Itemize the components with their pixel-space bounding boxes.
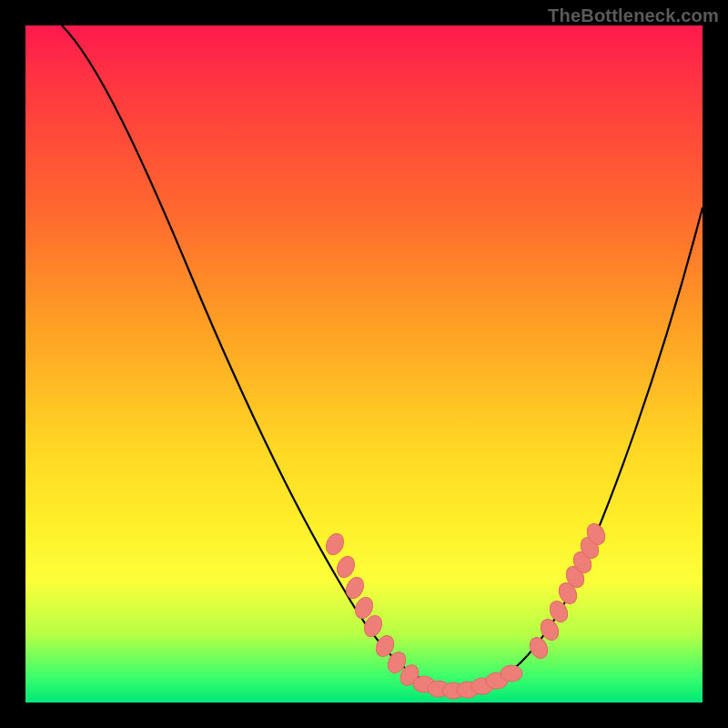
- svg-point-0: [323, 531, 347, 557]
- svg-point-2: [343, 574, 367, 601]
- marker-cluster-bottom: [413, 665, 522, 699]
- chart-svg: [25, 25, 703, 703]
- bottleneck-curve: [62, 25, 703, 690]
- marker-cluster-left: [323, 531, 422, 689]
- marker-cluster-right: [526, 521, 608, 662]
- outer-frame: TheBottleneck.com: [0, 0, 728, 728]
- svg-point-1: [334, 553, 358, 580]
- credit-text: TheBottleneck.com: [548, 5, 719, 26]
- plot-area: [25, 25, 703, 703]
- svg-point-14: [500, 665, 522, 682]
